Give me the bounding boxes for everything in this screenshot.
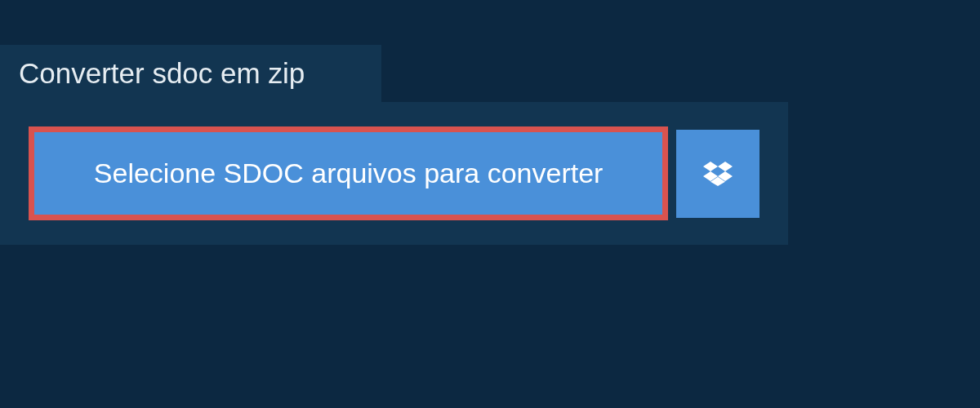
dropbox-button[interactable] bbox=[676, 130, 760, 218]
upload-panel: Selecione SDOC arquivos para converter bbox=[0, 102, 788, 245]
select-files-label: Selecione SDOC arquivos para converter bbox=[94, 157, 604, 189]
title-bar: Converter sdoc em zip bbox=[0, 45, 381, 102]
select-files-button[interactable]: Selecione SDOC arquivos para converter bbox=[29, 126, 668, 220]
page-title: Converter sdoc em zip bbox=[19, 57, 305, 90]
dropbox-icon bbox=[703, 159, 733, 188]
